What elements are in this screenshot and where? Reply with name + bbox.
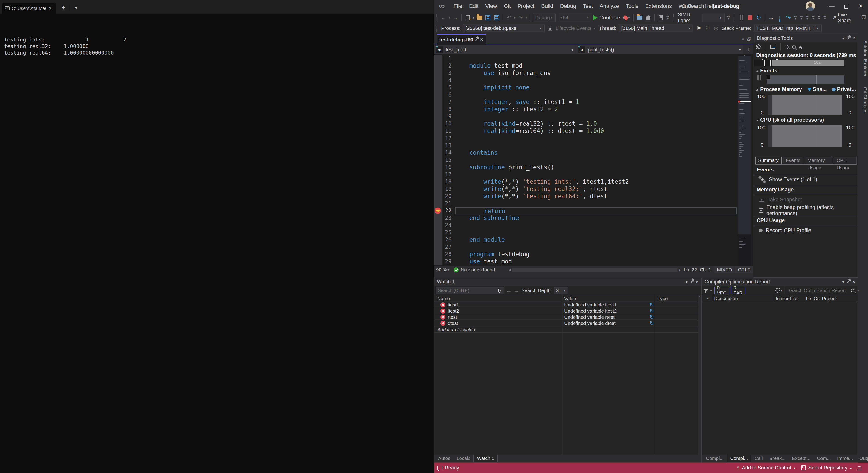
chevron-down-icon[interactable]: ▾: [72, 3, 80, 12]
menu-item[interactable]: Edit: [466, 0, 482, 12]
search-input[interactable]: [438, 288, 498, 293]
line-ending-indicator[interactable]: CRLF: [735, 266, 753, 273]
chevron-down-icon[interactable]: ▾: [710, 289, 712, 292]
member-dropdown[interactable]: s print_tests() ▾: [576, 45, 744, 54]
breakpoint-margin[interactable]: [434, 77, 442, 84]
new-file-icon[interactable]: [464, 13, 471, 22]
breakpoint-margin[interactable]: [434, 91, 442, 98]
breakpoint-margin[interactable]: [434, 120, 442, 127]
code-line[interactable]: 17: [434, 171, 737, 178]
panel-tab[interactable]: Compi...: [727, 455, 751, 462]
menu-item[interactable]: Build: [538, 0, 557, 12]
watch-row[interactable]: rtest Undefined variable rtest ↻: [434, 314, 698, 320]
flag-icon[interactable]: ⚑: [695, 24, 702, 33]
code-text[interactable]: program testdebug: [455, 250, 737, 258]
export-icon[interactable]: [770, 45, 775, 49]
menu-item[interactable]: Tools: [622, 0, 642, 12]
toolbar-grip[interactable]: [673, 14, 675, 21]
maximize-button[interactable]: [839, 0, 854, 12]
code-line[interactable]: 26 end module: [434, 236, 737, 243]
collapse-triangle-icon[interactable]: [756, 69, 758, 72]
code-text[interactable]: integer, save :: itest1 = 1: [455, 98, 737, 106]
code-text[interactable]: end subroutine: [455, 214, 737, 221]
code-text[interactable]: [455, 156, 737, 164]
previous-result-icon[interactable]: ←: [506, 287, 512, 294]
search-depth-combo[interactable]: 3 ▾: [554, 287, 568, 294]
code-line[interactable]: 6: [434, 91, 737, 98]
search-icon[interactable]: [851, 289, 855, 292]
breakpoint-margin[interactable]: [434, 156, 442, 164]
code-text[interactable]: subroutine print_tests(): [455, 164, 737, 171]
code-text[interactable]: write(*,*) 'testing real32:', rtest: [455, 185, 737, 193]
chevron-down-icon[interactable]: ▾: [842, 36, 844, 40]
navigate-back-icon[interactable]: ←: [440, 13, 447, 22]
watch-row[interactable]: itest2 Undefined variable itest2 ↻: [434, 308, 698, 314]
search-icon[interactable]: [498, 289, 499, 292]
panel-tab[interactable]: Imme...: [834, 455, 856, 462]
watch-row[interactable]: itest1 Undefined variable itest1 ↻: [434, 302, 698, 308]
panel-tab[interactable]: Compi...: [703, 455, 727, 462]
avatar[interactable]: [806, 1, 815, 11]
step-into-button[interactable]: ↓: [776, 13, 783, 22]
code-text[interactable]: [455, 221, 737, 229]
close-icon[interactable]: ✕: [696, 280, 699, 284]
breakpoint-margin[interactable]: [434, 127, 442, 135]
breakpoint-margin[interactable]: [434, 178, 442, 185]
code-line[interactable]: 16 subroutine print_tests(): [434, 164, 737, 171]
toolbar-overflow-button[interactable]: ▸▸▾: [666, 15, 669, 20]
menu-item[interactable]: Test: [580, 0, 596, 12]
toolbar-overflow-button[interactable]: ▸▸▾: [794, 15, 797, 20]
filter-icon[interactable]: [704, 289, 708, 292]
code-text[interactable]: [455, 229, 737, 236]
toolbar-overflow-button[interactable]: ▸▸▾: [818, 15, 820, 20]
parallel-stacks-icon[interactable]: ⋈: [713, 24, 719, 33]
save-all-icon[interactable]: [493, 13, 500, 22]
close-icon[interactable]: ✕: [852, 36, 855, 40]
code-line[interactable]: 21: [434, 200, 737, 207]
process-combo[interactable]: [25668] test-debug.exe▾: [463, 24, 545, 32]
column-header[interactable]: Name: [434, 296, 562, 301]
code-line[interactable]: 9: [434, 113, 737, 120]
show-events-link[interactable]: Show Events (1 of 1): [754, 174, 858, 185]
take-snapshot-button[interactable]: Take Snapshot: [754, 194, 858, 205]
issues-status[interactable]: No issues found: [461, 267, 495, 272]
chevron-down-icon[interactable]: ▾: [526, 16, 527, 20]
panel-tab[interactable]: Except...: [789, 455, 814, 462]
menu-item[interactable]: View: [482, 0, 500, 12]
scroll-left-icon[interactable]: ◂: [508, 267, 511, 272]
column-header[interactable]: Value: [562, 296, 655, 301]
simd-lane-combo[interactable]: ▾: [702, 13, 724, 22]
code-text[interactable]: [455, 243, 737, 250]
current-statement-breakpoint-icon[interactable]: [435, 207, 441, 214]
cpu-graph[interactable]: [768, 125, 842, 147]
column-header[interactable]: Project: [820, 295, 858, 301]
panel-tab[interactable]: Output: [856, 455, 868, 462]
chevron-down-icon[interactable]: ▾: [449, 16, 451, 20]
toolbar-overflow-button[interactable]: ▸▸▾: [727, 15, 730, 20]
pin-icon[interactable]: [475, 38, 477, 41]
feedback-bubble-icon[interactable]: [437, 466, 442, 470]
vertical-scrollbar[interactable]: [698, 295, 702, 455]
code-text[interactable]: end module: [455, 236, 737, 243]
hot-reload-button[interactable]: ▾: [624, 13, 630, 22]
code-line[interactable]: 3 use iso_fortran_env: [434, 69, 737, 77]
document-list-icon[interactable]: ▾: [742, 37, 744, 42]
breakpoint-margin[interactable]: [434, 200, 442, 207]
refresh-icon[interactable]: ↻: [650, 308, 654, 314]
code-text[interactable]: [455, 77, 737, 84]
events-section-header[interactable]: Events: [756, 68, 777, 74]
scroll-right-icon[interactable]: ▸: [679, 267, 681, 272]
flag-outline-icon[interactable]: ⚐: [704, 24, 711, 33]
stack-frame-combo[interactable]: TEST_MOD_mp_PRINT_TESTS()▾: [754, 24, 822, 32]
heap-profiling-link[interactable]: Enable heap profiling (affects performan…: [754, 205, 858, 216]
step-over-button[interactable]: →: [768, 13, 775, 22]
add-icon[interactable]: +: [744, 45, 753, 54]
breakpoint-margin[interactable]: [434, 62, 442, 69]
add-to-source-control-button[interactable]: Add to Source Control: [742, 465, 791, 471]
pin-icon[interactable]: [847, 280, 849, 283]
code-area[interactable]: 12 module test_mod3 use iso_fortran_env4…: [434, 55, 737, 265]
breakpoint-margin[interactable]: [434, 55, 442, 62]
cpu-section-header[interactable]: CPU (% of all processors): [756, 117, 824, 123]
code-text[interactable]: write(*,*) 'testing ints:', itest1,itest…: [455, 178, 737, 185]
side-tab[interactable]: Solution Explorer: [858, 36, 868, 81]
